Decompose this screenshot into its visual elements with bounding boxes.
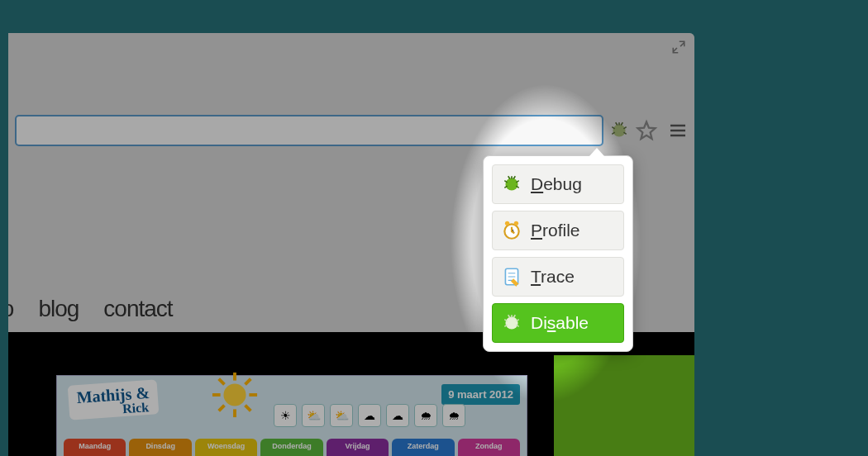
popover-item-label: Profile [531, 221, 580, 240]
svg-line-8 [246, 379, 251, 385]
weather-icon: ☀ [274, 404, 297, 427]
weather-icon: ☁ [358, 404, 381, 427]
bug-icon [501, 173, 522, 195]
popover-item-debug[interactable]: Debug [492, 164, 624, 204]
day-tab-label: Zondag [475, 442, 503, 450]
nav-link-contact[interactable]: contact [103, 296, 172, 322]
address-bar[interactable] [15, 115, 603, 146]
svg-line-7 [246, 406, 251, 411]
day-tab-label: Dinsdag [145, 442, 175, 450]
popover-item-label: Disable [531, 313, 589, 333]
day-tab[interactable]: Woensdag⚙ [195, 439, 257, 456]
day-tab[interactable]: Donderdag⚙ [260, 439, 322, 456]
day-tab-label: Woensdag [207, 442, 245, 450]
weather-icon: ⛅ [302, 404, 325, 427]
extension-popover: DebugProfileTraceDisable [483, 155, 633, 352]
weather-icon: 🌧 [414, 404, 437, 427]
popover-item-label: Trace [531, 267, 575, 287]
site-nav: folio blog contact [8, 296, 173, 322]
svg-point-15 [505, 316, 517, 329]
browser-window: folio blog contact Mathijs & Rick 9 maar… [8, 33, 694, 456]
sun-icon [211, 371, 259, 419]
day-tab-label: Maandag [79, 442, 111, 450]
day-tab-label: Vrijdag [345, 442, 370, 450]
popover-item-trace[interactable]: Trace [492, 257, 624, 297]
day-tab-label: Zaterdag [408, 442, 439, 450]
fullscreen-icon[interactable] [671, 40, 686, 55]
green-panel [554, 355, 694, 456]
svg-point-10 [505, 178, 517, 190]
svg-point-13 [514, 221, 518, 226]
hamburger-menu-icon[interactable] [668, 121, 688, 140]
doc-icon [501, 266, 522, 287]
svg-point-0 [613, 124, 625, 136]
bug-off-icon [501, 312, 522, 334]
popover-item-profile[interactable]: Profile [492, 211, 624, 250]
date-badge: 9 maart 2012 [441, 384, 520, 405]
nav-link-folio[interactable]: folio [8, 296, 13, 322]
svg-point-1 [223, 383, 246, 406]
bookmark-star-icon[interactable] [635, 119, 658, 142]
extension-bug-icon[interactable] [608, 120, 630, 141]
svg-point-12 [505, 221, 509, 226]
day-tab-label: Donderdag [272, 442, 312, 450]
svg-line-9 [219, 406, 225, 411]
svg-line-6 [219, 379, 225, 385]
nav-link-blog[interactable]: blog [38, 296, 79, 322]
weather-icon: ⛅ [330, 404, 353, 427]
window-controls [671, 40, 686, 55]
address-bar-actions [608, 119, 688, 142]
weather-icon: ☁ [386, 404, 409, 427]
day-tab[interactable]: Maandag⚙ [64, 439, 126, 456]
day-tab[interactable]: Dinsdag⚙ [129, 439, 191, 456]
clock-icon [501, 220, 522, 241]
calendar-widget: Mathijs & Rick 9 maart 2012 ☀⛅⛅☁☁🌧🌧 Maan… [56, 375, 527, 456]
weather-icon: 🌧 [442, 404, 465, 427]
day-tab[interactable]: Vrijdag⚙ [327, 439, 389, 456]
weather-icons: ☀⛅⛅☁☁🌧🌧 [274, 404, 465, 427]
day-tab[interactable]: Zondag⚙ [458, 439, 520, 456]
address-bar-row [8, 111, 694, 150]
day-tab[interactable]: Zaterdag⚙ [392, 439, 454, 456]
widget-title: Mathijs & Rick [68, 379, 160, 420]
day-tabs: Maandag⚙Dinsdag⚙Woensdag⚙Donderdag⚙Vrijd… [64, 439, 520, 456]
popover-item-disable[interactable]: Disable [492, 303, 624, 343]
widget-header: Mathijs & Rick 9 maart 2012 ☀⛅⛅☁☁🌧🌧 [57, 376, 527, 425]
popover-item-label: Debug [531, 174, 582, 194]
